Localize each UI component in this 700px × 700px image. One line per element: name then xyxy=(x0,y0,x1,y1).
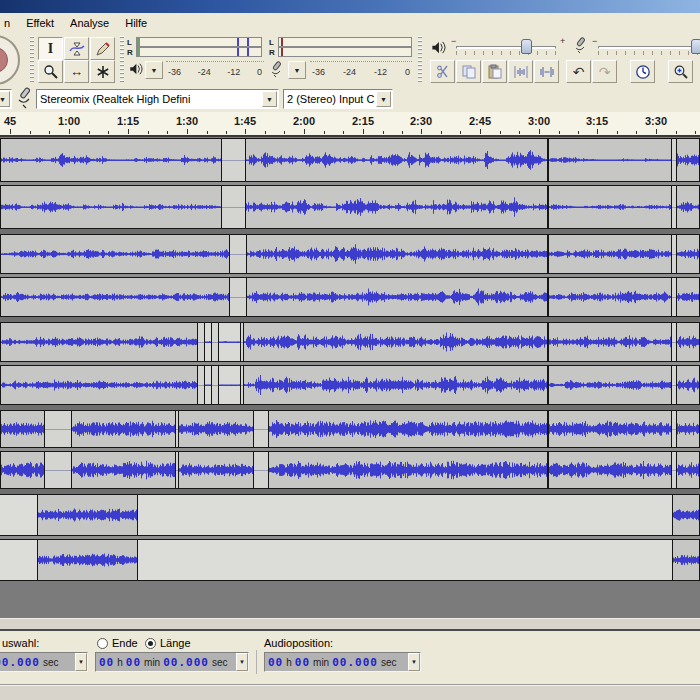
playback-meter-dropdown[interactable]: ▼ xyxy=(145,61,163,79)
audio-track-3[interactable] xyxy=(0,322,700,405)
audio-track-5[interactable] xyxy=(0,494,700,581)
menu-item-analyse[interactable]: Analyse xyxy=(62,14,117,32)
ruler-major-tick xyxy=(187,129,188,134)
zoom-in-icon xyxy=(673,64,689,80)
selection-length-field[interactable]: 00h00min00.000sec ▼ xyxy=(95,652,249,672)
output-volume-slider[interactable] xyxy=(456,46,556,49)
toolbar-grip[interactable] xyxy=(418,36,422,82)
draw-tool-button[interactable] xyxy=(90,37,115,60)
trim-outside-button[interactable] xyxy=(508,60,533,83)
combo-dropdown-button[interactable]: ▼ xyxy=(0,91,10,107)
track-1-channel-right-waveform[interactable] xyxy=(0,185,700,229)
track-3-channel-left-waveform[interactable] xyxy=(0,322,700,362)
track-5-channel-left-waveform[interactable] xyxy=(0,494,700,536)
scissors-icon xyxy=(435,64,451,80)
ruler-minor-tick xyxy=(30,131,31,134)
track-4-channel-left-waveform[interactable] xyxy=(0,410,700,448)
audio-track-2[interactable] xyxy=(0,234,700,317)
timeline-ruler[interactable]: 451:001:151:301:452:002:152:302:453:003:… xyxy=(0,112,700,137)
selection-start-field-clipped[interactable]: 00h00min00.000sec ▼ xyxy=(0,652,88,672)
undo-button[interactable]: ↶ xyxy=(566,60,591,83)
title-bar[interactable] xyxy=(0,0,700,13)
combo-dropdown-button[interactable]: ▼ xyxy=(376,91,391,107)
silence-icon xyxy=(539,64,555,80)
zoom-tool-button[interactable] xyxy=(38,60,63,83)
track-2-channel-left-waveform[interactable] xyxy=(0,234,700,274)
meter-channel-label: L xyxy=(127,38,132,47)
meter-scale-label: -12 xyxy=(227,67,240,77)
copy-button[interactable] xyxy=(456,60,481,83)
envelope-tool-button[interactable] xyxy=(64,37,89,60)
menu-item-hilfe[interactable]: Hilfe xyxy=(117,14,155,32)
ruler-major-tick xyxy=(245,129,246,134)
paste-icon xyxy=(487,64,503,80)
toolbar-grip[interactable] xyxy=(120,36,124,82)
meter-scale-label: -36 xyxy=(168,67,181,77)
trim-icon xyxy=(513,64,529,80)
cut-button[interactable] xyxy=(430,60,455,83)
recording-meter-left[interactable] xyxy=(278,37,412,47)
audio-track-1[interactable] xyxy=(0,138,700,229)
menu-item-effekt[interactable]: Effekt xyxy=(18,14,62,32)
radio-end[interactable] xyxy=(97,638,108,649)
selection-tool-button[interactable]: I xyxy=(38,37,63,60)
ruler-minor-tick xyxy=(265,131,266,134)
time-format-dropdown[interactable]: ▼ xyxy=(408,653,420,671)
toolbar-grip[interactable] xyxy=(30,36,34,82)
audio-track-4[interactable] xyxy=(0,410,700,489)
meter-channel-label: R xyxy=(127,48,133,57)
ruler-time-label: 3:30 xyxy=(645,115,667,127)
output-volume-thumb[interactable] xyxy=(521,39,532,54)
ruler-time-label: 2:30 xyxy=(410,115,432,127)
ruler-major-tick xyxy=(539,129,540,134)
time-format-dropdown[interactable]: ▼ xyxy=(236,653,248,671)
ruler-minor-tick xyxy=(284,131,285,134)
meter-channel-label: R xyxy=(269,48,275,57)
main-toolbar: I ↔ xyxy=(0,33,700,85)
fit-selection-button[interactable] xyxy=(630,60,655,83)
playback-meter-left[interactable] xyxy=(136,37,262,47)
recording-meter-dropdown[interactable]: ▼ xyxy=(288,61,306,79)
input-channels-dropdown[interactable]: 2 (Stereo) Input C ▼ xyxy=(283,89,393,109)
microphone-icon xyxy=(268,60,284,78)
device-toolbar: ▼ Stereomix (Realtek High Defini ▼ 2 (St… xyxy=(0,85,700,112)
radio-end-label[interactable]: Ende xyxy=(112,637,138,649)
input-volume-slider[interactable] xyxy=(598,46,700,49)
silence-button[interactable] xyxy=(534,60,559,83)
time-shift-tool-button[interactable]: ↔ xyxy=(64,60,89,83)
window-bottom-strip xyxy=(0,684,700,700)
redo-arrow-icon: ↷ xyxy=(599,64,611,80)
multi-tool-button[interactable] xyxy=(90,60,115,83)
microphone-icon xyxy=(15,86,33,110)
speaker-icon xyxy=(128,62,143,76)
audio-position-field[interactable]: 00h00min00.000sec ▼ xyxy=(264,652,421,672)
ruler-minor-tick xyxy=(207,131,208,134)
input-device-dropdown[interactable]: Stereomix (Realtek High Defini ▼ xyxy=(36,89,279,109)
recording-meter-right[interactable] xyxy=(278,47,412,57)
redo-button[interactable]: ↷ xyxy=(592,60,617,83)
horizontal-scrollbar[interactable] xyxy=(0,618,700,631)
time-digit-group: 00 xyxy=(295,656,310,669)
slider-plus-label: + xyxy=(560,36,565,46)
combo-dropdown-button[interactable]: ▼ xyxy=(262,91,277,107)
ruler-minor-tick xyxy=(402,131,403,134)
time-format-dropdown[interactable]: ▼ xyxy=(75,653,87,671)
radio-length[interactable] xyxy=(145,638,156,649)
playback-meter-right[interactable] xyxy=(136,47,262,57)
track-4-channel-right-waveform[interactable] xyxy=(0,451,700,489)
ruler-time-label: 2:45 xyxy=(469,115,491,127)
zoom-in-button[interactable] xyxy=(668,60,693,83)
radio-length-label[interactable]: Länge xyxy=(160,637,191,649)
track-1-channel-left-waveform[interactable] xyxy=(0,138,700,182)
track-3-channel-right-waveform[interactable] xyxy=(0,365,700,405)
chevron-down-icon: ▼ xyxy=(0,96,6,103)
input-volume-thumb[interactable] xyxy=(691,39,700,54)
asterisk-icon xyxy=(95,64,111,80)
menu-item-n[interactable]: n xyxy=(0,14,18,32)
track-2-channel-right-waveform[interactable] xyxy=(0,277,700,317)
clipped-dropdown[interactable]: ▼ xyxy=(0,89,12,109)
record-button[interactable] xyxy=(0,35,20,85)
track-5-channel-right-waveform[interactable] xyxy=(0,539,700,581)
paste-button[interactable] xyxy=(482,60,507,83)
meter-scale-label: -24 xyxy=(198,67,211,77)
